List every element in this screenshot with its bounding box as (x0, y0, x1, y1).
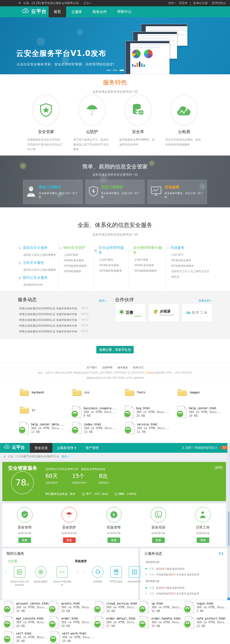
file-item[interactable]: service.html360 se HTML Docu...21 KB (125, 422, 178, 434)
partner-fsmeeting[interactable]: 好视通 fsmeeting.com (148, 303, 179, 322)
cloud-chart-icon[interactable] (170, 94, 198, 126)
footer-link-contact[interactable]: 联系方式 (133, 366, 143, 370)
carousel-dot[interactable] (106, 70, 111, 71)
service-group-title[interactable]: 安全运维管理服务 (98, 245, 126, 255)
service-item[interactable]: WEB漏洞检测服务 (59, 263, 91, 268)
file-item[interactable]: help_center_deta...360 se HTML Docu...11… (20, 422, 72, 434)
service-item[interactable]: WEB漏洞检测服务 (166, 263, 210, 268)
file-item[interactable]: business_coopera...360 se HTML Docu...6 … (72, 406, 125, 418)
service-item[interactable]: 虚拟密码机VSM (18, 282, 56, 287)
service-item[interactable]: WEB防篡改服务 (59, 257, 91, 263)
view-button[interactable]: 查看 (63, 537, 76, 543)
partner-dtdream[interactable]: ∞ 数梦工场 (182, 303, 212, 322)
shield-check-icon[interactable] (17, 507, 32, 522)
card-security-protect[interactable]: 安全工作防护 安全体系可量化，安全工作一目了然 (85, 180, 145, 204)
lightning-icon[interactable] (106, 507, 122, 522)
footer-link-terms[interactable]: 服务条款 (118, 366, 128, 370)
assets-manage-link[interactable]: [管理] (102, 493, 108, 496)
console-link[interactable]: 管理控制台 (212, 1, 226, 5)
notification-badge[interactable]: 32 (221, 446, 228, 449)
announcement-more-link[interactable]: 更多> (83, 1, 91, 5)
carousel-next[interactable]: › (76, 569, 78, 575)
nav-item-business[interactable]: 商务合作 (87, 6, 112, 17)
dashboard-logo[interactable]: 云平台 (3, 444, 25, 450)
view-button[interactable]: 查看 (108, 537, 120, 543)
service-firewall[interactable]: 虚拟防火墙及入侵防御系统 (10, 566, 29, 587)
dash-nav-overview[interactable]: 安全总览 (30, 443, 52, 453)
file-item[interactable]: buy.html360 se HTML Docu...25 KB (125, 406, 177, 418)
carousel-dot-active[interactable] (120, 70, 124, 71)
folder-item[interactable]: js (20, 406, 72, 418)
file-item[interactable]: ip.html360 se HTML Docu...32 KB (140, 601, 185, 613)
nav-item-home[interactable]: 首页 (49, 5, 66, 18)
news-item[interactable]: · 阿里云首家通过ISO20000认证 加速开拓海外市场04/12 (18, 324, 104, 328)
folder-item[interactable]: css (72, 388, 125, 397)
announce-more-link[interactable]: 更多> (62, 455, 69, 459)
folder-item[interactable]: backend (20, 388, 72, 397)
manage-link[interactable]: [管理] (214, 466, 223, 470)
file-item[interactable]: assets.html360 se HTML Docu...19 KB (50, 601, 95, 613)
service-item[interactable]: 党政机关工作人员上网安全及应知应会 (166, 268, 210, 279)
footer-link-about[interactable]: 关于我们 (87, 366, 97, 370)
dash-nav-cloud-mgmt[interactable]: 云服务管理 ▾ (52, 443, 81, 453)
service-group-title[interactable]: 主机安全服务 (22, 260, 44, 265)
partners-more-link[interactable]: 查看全部> (198, 299, 212, 303)
news-item[interactable]: · 阿里云首家通过ISO20000认证 加速开拓海外市场04/12 (18, 330, 104, 334)
file-item[interactable]: cloud_service.html360 se HTML Docu...29 … (95, 601, 140, 613)
service-group-title[interactable]: 培训服务 (170, 245, 185, 250)
file-item[interactable]: account_center.html360 se HTML Docu...15… (5, 601, 50, 613)
service-source-code[interactable]: <> 系统源代码检测服务 (53, 566, 71, 587)
service-item[interactable]: WEB检测服务 (59, 268, 91, 274)
service-group-title[interactable]: 密码云安全服务 (22, 275, 48, 280)
umbrella-icon[interactable]: ☂ (78, 94, 106, 126)
service-app-security[interactable]: APP APP安全服务 (107, 566, 125, 584)
logo[interactable]: 云平台 (21, 8, 47, 15)
assets-count[interactable]: 资产：32个[管理] (82, 492, 108, 496)
dnews-item[interactable]: 3.02 发现34个漏洞,请及时处理 (145, 586, 185, 590)
card-security-effect[interactable]: 安全效果 安全体系可量化，安全工作一目了然 (147, 180, 207, 204)
service-item[interactable]: 云WAF服务 (129, 257, 163, 262)
service-item[interactable]: CISP BCP (166, 252, 210, 257)
database-globe-icon[interactable] (124, 94, 152, 126)
partner-weaver[interactable]: 泛微 weaver (115, 303, 145, 322)
service-item[interactable]: WEB防篡改服务 (166, 257, 210, 263)
service-consult[interactable]: 咨询服务 (89, 566, 107, 584)
news-item[interactable]: · 阿里云首家通过ISO20000认证 加速开拓海外市场04/12 (18, 307, 104, 310)
file-item[interactable]: login.html360 se HTML Docu...3 KB (185, 601, 230, 613)
file-item[interactable]: order.html360 se HTML Docu...20 KB (50, 616, 95, 628)
dash-nav-assets[interactable]: 资产管理 (81, 443, 103, 453)
service-group-title[interactable]: 安全测评和审计服务 (133, 245, 163, 255)
service-item[interactable]: WEB防篡改服务 (94, 262, 126, 268)
service-group-title[interactable]: 虚拟化安全服务 (22, 245, 48, 250)
file-item[interactable]: index.html360 se HTML Docu...13 KB (72, 422, 125, 434)
folder-item[interactable]: images (177, 388, 230, 397)
shield-star-icon[interactable] (32, 94, 60, 126)
dashboard-scrollbar[interactable] (227, 443, 230, 600)
tab-opened[interactable]: 已开通 (8, 559, 17, 563)
file-item[interactable]: safe_protect.html360 se HTML Docu...22 K… (185, 616, 230, 628)
service-item[interactable]: 云WAF服务 (59, 252, 91, 257)
footer-brand-link[interactable]: 17sucai (145, 371, 155, 374)
service-item[interactable]: WEB漏洞检测服务 (94, 268, 126, 273)
news-more-link[interactable]: 更多> (99, 299, 107, 303)
news-item[interactable]: · 阿里云首家通过ISO20000认证 加速开拓海外市场04/12 (18, 312, 104, 316)
register-link[interactable]: 新单位注册 (193, 1, 208, 5)
person-pencil-icon[interactable] (195, 507, 211, 522)
file-item[interactable]: self.html360 se HTML Docu...26 KB (5, 631, 51, 643)
carousel-prev-2[interactable]: ‹ (83, 569, 85, 575)
view-button[interactable]: 查看 (152, 537, 165, 543)
view-button[interactable]: 查看 (197, 537, 209, 543)
carousel-prev[interactable]: ‹ (5, 569, 6, 575)
nav-item-help[interactable]: 帮助中心 (112, 6, 137, 17)
dnews-more-link[interactable]: 更多 (218, 552, 224, 556)
umbrella-red-icon[interactable]: ☂ (62, 507, 77, 522)
service-item[interactable]: 虚拟防火墙及入侵防御服务 (18, 267, 56, 272)
service-item[interactable]: WEB防篡改服务 (129, 262, 163, 268)
scrollbar-down-arrow[interactable] (227, 598, 230, 600)
dash-user-menu[interactable]: 您好！市地税局管理员 ▾ (182, 443, 217, 453)
scrollbar-thumb[interactable] (228, 512, 230, 546)
announce-text[interactable]: [3.29]春节长假云服务合同邮寄公告 (16, 455, 59, 459)
announcement-text[interactable]: 公告：[3.29] 春节长假云服务合同邮寄公告 (23, 1, 79, 5)
service-item[interactable]: WEB漏洞检测服务 (129, 268, 163, 273)
view-button[interactable]: 查看 (18, 537, 31, 543)
